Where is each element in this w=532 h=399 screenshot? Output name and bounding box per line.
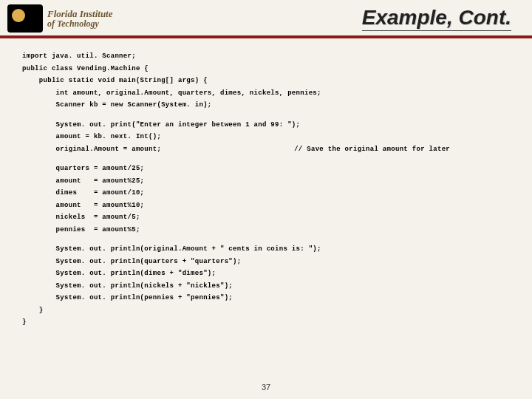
code-line: System. out. println(pennies + "pennies"… xyxy=(22,293,510,304)
code-line: nickels = amount/5; xyxy=(22,213,510,223)
code-line: public class Vending.Machine { xyxy=(22,64,510,75)
code-line: dimes = amount/10; xyxy=(22,188,510,199)
code-comment: // Save the original amount for later xyxy=(294,146,450,153)
code-line: } xyxy=(22,306,510,316)
code-line: amount = kb. next. Int(); xyxy=(22,132,510,143)
institution-line2: of Technology xyxy=(47,19,113,29)
code-line: System. out. println(original.Amount + "… xyxy=(22,245,510,255)
code-line: System. out. println(dimes + "dimes"); xyxy=(22,269,510,279)
institution-logo xyxy=(7,4,43,33)
code-line: amount = amount%10; xyxy=(22,201,510,211)
institution-name: Florida Institute of Technology xyxy=(47,9,113,28)
page-number: 37 xyxy=(0,383,532,392)
code-line: original.Amount = amount;// Save the ori… xyxy=(22,145,510,155)
slide-header: Florida Institute of Technology Example,… xyxy=(0,0,532,38)
code-line: pennies = amount%5; xyxy=(22,225,510,236)
institution-line1: Florida Institute xyxy=(47,9,113,19)
slide-title: Example, Cont. xyxy=(362,6,511,31)
code-line: import java. util. Scanner; xyxy=(22,52,510,62)
code-line: Scanner kb = new Scanner(System. in); xyxy=(22,100,510,111)
code-line: System. out. print("Enter an integer bet… xyxy=(22,120,510,131)
code-line: quarters = amount/25; xyxy=(22,164,510,174)
code-line: System. out. println(quarters + "quarter… xyxy=(22,257,510,267)
code-line: } xyxy=(22,318,510,328)
code-line: public static void main(String[] args) { xyxy=(22,76,510,86)
code-block: import java. util. Scanner; public class… xyxy=(0,38,532,328)
code-line: System. out. println(nickels + "nickles"… xyxy=(22,282,510,292)
code-line: int amount, original.Amount, quarters, d… xyxy=(22,89,510,99)
code-line: amount = amount%25; xyxy=(22,177,510,187)
